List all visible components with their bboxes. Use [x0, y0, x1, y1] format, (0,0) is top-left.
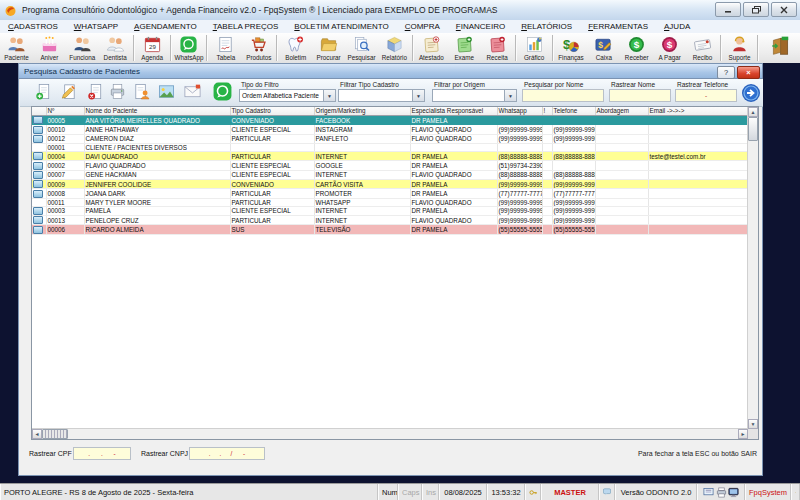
menu-tabela-precos[interactable]: TABELA PREÇOS: [205, 20, 287, 33]
edit-record-icon[interactable]: [59, 82, 78, 101]
header-telefone[interactable]: Telefone: [552, 107, 595, 116]
table-row[interactable]: 00007GENE HACKMANCLIENTE ESPECIALINTERNE…: [32, 170, 748, 179]
rastrear-cnpj-input[interactable]: [189, 447, 265, 460]
hscroll-thumb[interactable]: [42, 429, 68, 439]
header-whatsapp[interactable]: Whatsapp: [497, 107, 542, 116]
menu-relatorios[interactable]: RELATÓRIOS: [513, 20, 580, 33]
table-row[interactable]: 00004DAVI QUADRADOPARTICULARINTERNETDR P…: [32, 151, 748, 160]
toolbar-dentista[interactable]: Dentista: [99, 33, 132, 63]
cube-icon: [385, 35, 404, 54]
scroll-up-icon[interactable]: ▲: [748, 107, 758, 117]
header-numero[interactable]: Nº: [46, 107, 84, 116]
toolbar-procurar[interactable]: Procurar: [312, 33, 345, 63]
table-row[interactable]: 00013PENELOPE CRUZPARTICULARINTERNETFLAV…: [32, 215, 748, 224]
whatsapp-icon[interactable]: [212, 81, 233, 102]
origem-select[interactable]: ▼: [432, 89, 517, 102]
toolbar-tabela[interactable]: Tabela: [209, 33, 242, 63]
tipo-filtro-select[interactable]: Ordem Alfabetica Paciente ▼: [239, 89, 336, 102]
staff-icon: [73, 35, 92, 54]
add-record-icon[interactable]: [34, 82, 53, 101]
mail-icon[interactable]: [183, 82, 202, 101]
toolbar-funciona[interactable]: Funciona: [66, 33, 99, 63]
toolbar-caixa[interactable]: $ Caixa: [587, 33, 620, 63]
table-row[interactable]: 00008JOANA DARKPARTICULARPROMOTERDR PAME…: [32, 189, 748, 198]
close-button[interactable]: [771, 2, 797, 17]
header-especialista[interactable]: Especialista Responsável: [410, 107, 497, 116]
menu-whatsapp[interactable]: WHATSAPP: [66, 20, 126, 33]
toolbar-paciente[interactable]: Paciente: [0, 33, 33, 63]
go-search-button[interactable]: [741, 83, 761, 103]
table-cell: [542, 125, 552, 134]
toolbar-sair[interactable]: [760, 33, 800, 63]
toolbar-whatsapp[interactable]: WhatsApp: [173, 33, 206, 63]
table-row[interactable]: 00002FLAVIO QUADRADOCLIENTE ESPECIALGOOG…: [32, 161, 748, 170]
table-cell: (99)99999-9999: [497, 198, 542, 206]
tooth-icon: [286, 35, 305, 54]
scroll-left-icon[interactable]: ◄: [32, 429, 42, 439]
toolbar-suporte[interactable]: Suporte: [723, 33, 756, 63]
app-logo-icon: [4, 4, 17, 17]
rastrear-telefone-input[interactable]: [675, 89, 737, 102]
table-row[interactable]: 00005ANA VITÓRIA MEIRELLES QUADRADOCONVE…: [32, 116, 748, 125]
table-row[interactable]: 00003PAMELACLIENTE ESPECIALINTERNETDR PA…: [32, 206, 748, 215]
vscroll-thumb[interactable]: [748, 117, 758, 141]
scroll-down-icon[interactable]: ▼: [748, 419, 758, 429]
delete-record-icon[interactable]: [86, 82, 105, 101]
menu-ajuda[interactable]: AJUDA: [656, 20, 698, 33]
header-origem[interactable]: Origem/Marketing: [314, 107, 410, 116]
menu-cadastros[interactable]: CADASTROS: [0, 20, 66, 33]
toolbar-receber[interactable]: $ Receber: [620, 33, 653, 63]
toolbar-produtos[interactable]: Produtos: [242, 33, 275, 63]
toolbar-atestado[interactable]: Atestado: [415, 33, 448, 63]
table-cell: JENNIFER COOLIDGE: [84, 179, 230, 188]
toolbar-apagar[interactable]: $ A Pagar: [653, 33, 686, 63]
header-flag[interactable]: !: [542, 107, 552, 116]
toolbar-agenda[interactable]: 29 Agenda: [136, 33, 169, 63]
horizontal-scrollbar[interactable]: ◄ ►: [32, 428, 748, 439]
vertical-scrollbar[interactable]: ▲ ▼: [747, 107, 758, 429]
header-abordagem[interactable]: Abordagem: [595, 107, 648, 116]
toolbar-recibo[interactable]: Recibo: [686, 33, 719, 63]
menu-compra[interactable]: COMPRA: [397, 20, 448, 33]
toolbar-grafico[interactable]: Gráfico: [518, 33, 551, 63]
rastrear-nome-input[interactable]: [609, 89, 671, 102]
rastrear-cpf-input[interactable]: [73, 447, 131, 460]
receipt-icon: [693, 35, 712, 54]
header-email[interactable]: Email ->->->: [648, 107, 748, 116]
table-cell: [542, 206, 552, 215]
tipo-cadastro-select[interactable]: ▼: [338, 89, 425, 102]
photo-icon[interactable]: [157, 82, 176, 101]
toolbar-pesquisar[interactable]: Pesquisar: [345, 33, 378, 63]
header-tipo-cadastro[interactable]: Tipo Cadastro: [230, 107, 314, 116]
toolbar-receita[interactable]: Receita: [481, 33, 514, 63]
header-nome[interactable]: Nome do Paciente: [84, 107, 230, 116]
panel-help-button[interactable]: ?: [717, 66, 735, 79]
table-row[interactable]: 00001CLIENTE / PACIENTES DIVERSOS: [32, 143, 748, 151]
minimize-button[interactable]: [715, 2, 741, 17]
toolbar-exame[interactable]: Exame: [448, 33, 481, 63]
table-cell: [595, 170, 648, 179]
restore-button[interactable]: [743, 2, 769, 17]
menu-financeiro[interactable]: FINANCEIRO: [448, 20, 513, 33]
toolbar-financas[interactable]: $ Finanças: [555, 33, 588, 63]
toolbar-boletim[interactable]: Boletim: [279, 33, 312, 63]
menu-ferramentas[interactable]: FERRAMENTAS: [580, 20, 656, 33]
printer-icon[interactable]: [716, 487, 727, 498]
table-row[interactable]: 00009JENNIFER COOLIDGECONVENIADOCARTÃO V…: [32, 179, 748, 188]
print-icon[interactable]: [108, 82, 127, 101]
pesquisar-nome-input[interactable]: [522, 89, 604, 102]
monitor-icon[interactable]: [728, 487, 739, 498]
table-row[interactable]: 00010ANNE HATHAWAYCLIENTE ESPECIALINSTAG…: [32, 125, 748, 134]
table-cell: FLAVIO QUADRADO: [410, 198, 497, 206]
panel-close-button[interactable]: ×: [737, 66, 760, 79]
table-row[interactable]: 00006RICARDO ALMEIDASUSTELEVISÃODR PAMEL…: [32, 225, 748, 234]
toolbar-relatorio[interactable]: Relatório: [378, 33, 411, 63]
scroll-right-icon[interactable]: ►: [738, 429, 748, 439]
notebook-icon[interactable]: [703, 487, 714, 498]
table-row[interactable]: 00011MARY TYLER MOOREPARTICULARWHATSAPPF…: [32, 198, 748, 206]
menu-boletim-atendimento[interactable]: BOLETIM ATENDIMENTO: [286, 20, 396, 33]
menu-agendamento[interactable]: AGENDAMENTO: [126, 20, 205, 33]
add-user-icon[interactable]: [132, 82, 151, 101]
toolbar-aniver[interactable]: Aniver: [33, 33, 66, 63]
table-row[interactable]: 00012CAMERON DIAZPARTICULARPANFLETOFLAVI…: [32, 134, 748, 143]
